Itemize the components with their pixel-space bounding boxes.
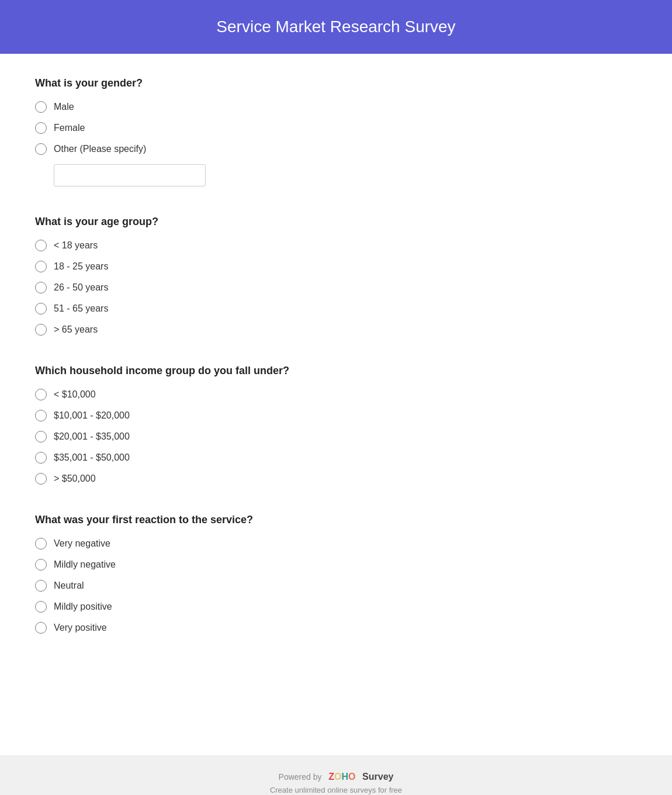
question-title-income: Which household income group do you fall… (35, 365, 637, 377)
radio-label-income-4: > $50,000 (54, 473, 96, 484)
question-block-income: Which household income group do you fall… (35, 365, 637, 485)
radio-label-income-3: $35,001 - $50,000 (54, 452, 130, 463)
zoho-logo: ZOHO (328, 772, 355, 782)
radio-option-age_group-2[interactable]: 26 - 50 years (35, 282, 637, 293)
radio-option-gender-2[interactable]: Other (Please specify) (35, 143, 637, 155)
radio-label-gender-0: Male (54, 102, 74, 112)
radio-label-age_group-3: 51 - 65 years (54, 303, 108, 314)
radio-input-income-2[interactable] (35, 431, 47, 443)
header: Service Market Research Survey (0, 0, 672, 54)
radio-option-income-2[interactable]: $20,001 - $35,000 (35, 431, 637, 443)
radio-option-reaction-1[interactable]: Mildly negative (35, 559, 637, 571)
radio-option-income-4[interactable]: > $50,000 (35, 473, 637, 485)
radio-input-gender-0[interactable] (35, 101, 47, 113)
question-block-gender: What is your gender?MaleFemaleOther (Ple… (35, 77, 637, 186)
radio-input-gender-2[interactable] (35, 143, 47, 155)
radio-label-gender-1: Female (54, 123, 85, 133)
radio-input-income-4[interactable] (35, 473, 47, 485)
radio-option-gender-0[interactable]: Male (35, 101, 637, 113)
question-title-reaction: What was your first reaction to the serv… (35, 514, 637, 526)
radio-option-age_group-0[interactable]: < 18 years (35, 240, 637, 251)
radio-option-income-3[interactable]: $35,001 - $50,000 (35, 452, 637, 464)
question-block-age_group: What is your age group?< 18 years18 - 25… (35, 216, 637, 336)
radio-input-reaction-2[interactable] (35, 580, 47, 592)
radio-label-reaction-1: Mildly negative (54, 559, 116, 570)
radio-input-reaction-4[interactable] (35, 622, 47, 634)
powered-by-text: Powered by (279, 772, 322, 782)
radio-option-income-0[interactable]: < $10,000 (35, 389, 637, 400)
survey-body: What is your gender?MaleFemaleOther (Ple… (0, 54, 672, 755)
radio-option-reaction-4[interactable]: Very positive (35, 622, 637, 634)
other-specify-input[interactable] (54, 164, 206, 186)
footer-powered-line: Powered by ZOHO Survey (12, 772, 660, 782)
radio-input-age_group-3[interactable] (35, 303, 47, 314)
radio-label-age_group-4: > 65 years (54, 324, 98, 335)
survey-label-text: Survey (362, 772, 393, 782)
radio-label-reaction-3: Mildly positive (54, 602, 112, 612)
radio-label-age_group-0: < 18 years (54, 240, 98, 251)
zoho-o1: O (334, 772, 341, 782)
radio-option-age_group-1[interactable]: 18 - 25 years (35, 261, 637, 272)
page-title: Service Market Research Survey (12, 18, 660, 36)
radio-label-reaction-4: Very positive (54, 623, 107, 633)
radio-input-income-0[interactable] (35, 389, 47, 400)
radio-option-age_group-3[interactable]: 51 - 65 years (35, 303, 637, 314)
zoho-o2: O (348, 772, 355, 782)
radio-label-age_group-1: 18 - 25 years (54, 261, 108, 272)
question-block-reaction: What was your first reaction to the serv… (35, 514, 637, 634)
radio-option-reaction-0[interactable]: Very negative (35, 538, 637, 549)
radio-option-reaction-2[interactable]: Neutral (35, 580, 637, 592)
radio-option-age_group-4[interactable]: > 65 years (35, 324, 637, 336)
question-title-age_group: What is your age group? (35, 216, 637, 228)
radio-input-income-1[interactable] (35, 410, 47, 421)
radio-option-income-1[interactable]: $10,001 - $20,000 (35, 410, 637, 421)
radio-option-gender-1[interactable]: Female (35, 122, 637, 134)
radio-label-age_group-2: 26 - 50 years (54, 282, 108, 293)
radio-label-gender-2: Other (Please specify) (54, 144, 146, 154)
zoho-h: H (341, 772, 348, 782)
radio-input-reaction-1[interactable] (35, 559, 47, 571)
zoho-z: Z (328, 772, 334, 782)
radio-label-income-0: < $10,000 (54, 389, 96, 400)
radio-input-age_group-4[interactable] (35, 324, 47, 336)
radio-input-age_group-2[interactable] (35, 282, 47, 293)
radio-input-reaction-3[interactable] (35, 601, 47, 613)
radio-input-age_group-0[interactable] (35, 240, 47, 251)
question-title-gender: What is your gender? (35, 77, 637, 89)
radio-option-reaction-3[interactable]: Mildly positive (35, 601, 637, 613)
radio-label-reaction-2: Neutral (54, 580, 84, 591)
footer: Powered by ZOHO Survey Create unlimited … (0, 755, 672, 795)
radio-label-income-2: $20,001 - $35,000 (54, 431, 130, 442)
radio-input-reaction-0[interactable] (35, 538, 47, 549)
radio-label-income-1: $10,001 - $20,000 (54, 410, 130, 421)
radio-input-age_group-1[interactable] (35, 261, 47, 272)
footer-tagline: Create unlimited online surveys for free (12, 786, 660, 794)
radio-input-gender-1[interactable] (35, 122, 47, 134)
radio-input-income-3[interactable] (35, 452, 47, 464)
radio-label-reaction-0: Very negative (54, 538, 110, 549)
